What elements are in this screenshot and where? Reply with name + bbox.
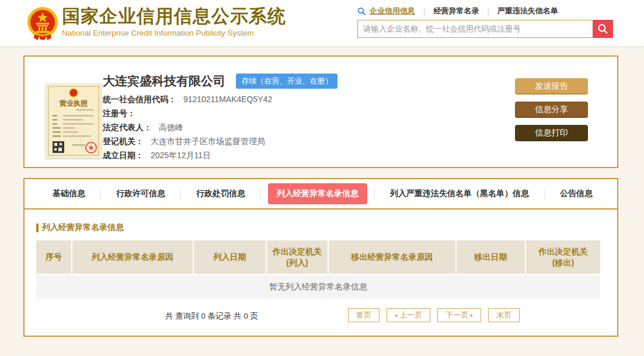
prev-arrow-icon: ◂ — [395, 312, 398, 318]
company-name: 大连宾盛科技有限公司 — [103, 74, 225, 88]
col-inclusion-reason: 列入经营异常名录原因 — [72, 240, 193, 274]
detail-panel: 基础信息 行政许可信息 行政处罚信息 列入经营异常名录信息 列入严重违法失信名单… — [23, 178, 618, 337]
table-header-row: 序号 列入经营异常名录原因 列入日期 作出决定机关 (列入) 移出经营异常名录原… — [36, 240, 600, 274]
share-info-button[interactable]: 信息分享 — [515, 102, 588, 118]
header-nav: 企业信用信息 | 经营异常名录 | 严重违法失信名单 — [357, 5, 613, 18]
tab-blacklist[interactable]: 列入严重违法失信名单（黑名单）信息 — [375, 189, 544, 199]
business-license-image: 营业执照 — [46, 83, 102, 158]
col-removal-authority: 作出决定机关 (移出) — [525, 240, 600, 274]
section-title: 列入经营异常名录信息 — [36, 222, 605, 233]
field-credit-code: 统一社会信用代码： 91210211MAK4EQ5Y42 — [103, 92, 272, 106]
search-input[interactable] — [357, 20, 613, 38]
nav-link-illegal-list[interactable]: 严重违法失信名单 — [497, 6, 558, 16]
search-button-icon — [597, 23, 608, 34]
first-page-button[interactable]: 首页 — [348, 308, 380, 322]
site-title: 国家企业信用信息公示系统 — [62, 6, 286, 27]
nav-separator: | — [423, 7, 425, 16]
tab-admin-penalty[interactable]: 行政处罚信息 — [181, 189, 260, 199]
company-info-panel: 营业执照 大连宾盛科技有限公司 存续（在营、开业、在册） 统一社会信用代码： 9… — [23, 55, 618, 168]
license-title-text: 营业执照 — [59, 99, 88, 107]
last-page-button[interactable]: 末页 — [488, 308, 520, 322]
col-removal-reason: 移出经营异常名录原因 — [328, 240, 456, 274]
tab-bar: 基础信息 行政许可信息 行政处罚信息 列入经营异常名录信息 列入严重违法失信名单… — [25, 179, 617, 210]
next-page-button[interactable]: 下一页 ▸ — [437, 308, 481, 322]
col-inclusion-authority: 作出决定机关 (列入) — [266, 240, 328, 274]
tab-separator — [260, 190, 261, 198]
col-serial-no: 序号 — [36, 240, 72, 274]
prev-page-button[interactable]: ◂ 上一页 — [387, 308, 430, 322]
tab-announcements[interactable]: 公告信息 — [545, 189, 608, 199]
table-empty-row: 暂无列入经营异常名录信息 — [36, 274, 600, 299]
abnormal-list-table: 序号 列入经营异常名录原因 列入日期 作出决定机关 (列入) 移出经营异常名录原… — [36, 240, 600, 299]
national-emblem-logo — [26, 6, 59, 41]
field-registration-no: 注册号： — [103, 106, 272, 120]
next-arrow-icon: ▸ — [471, 312, 474, 318]
company-status-badge: 存续（在营、开业、在册） — [236, 74, 337, 89]
search-button[interactable] — [593, 20, 613, 38]
nav-separator: | — [487, 7, 489, 16]
tab-basic-info[interactable]: 基础信息 — [37, 189, 100, 199]
col-inclusion-date: 列入日期 — [193, 240, 266, 274]
nav-link-enterprise-credit[interactable]: 企业信用信息 — [370, 6, 415, 16]
field-legal-representative: 法定代表人： 高德峰 — [103, 120, 272, 134]
site-subtitle: National Enterprise Credit Information P… — [62, 29, 286, 37]
nav-link-abnormal-list[interactable]: 经营异常名录 — [433, 6, 479, 16]
field-establishment-date: 成立日期： 2025年12月11日 — [103, 148, 272, 162]
tab-abnormal-list[interactable]: 列入经营异常名录信息 — [268, 183, 367, 204]
print-info-button[interactable]: 信息打印 — [515, 125, 588, 141]
search-icon — [357, 7, 366, 16]
empty-state-text: 暂无列入经营异常名录信息 — [36, 274, 600, 299]
field-registration-authority: 登记机关： 大连市甘井子区市场监督管理局 — [103, 134, 272, 148]
record-count-summary: 共 查询到 0 条记录 共 0 页 — [165, 311, 258, 322]
col-removal-date: 移出日期 — [456, 240, 525, 274]
site-header: 国家企业信用信息公示系统 National Enterprise Credit … — [0, 0, 644, 47]
section-title-bar — [36, 224, 39, 232]
company-fields: 统一社会信用代码： 91210211MAK4EQ5Y42 注册号： 法定代表人：… — [103, 92, 272, 162]
tab-admin-license[interactable]: 行政许可信息 — [101, 189, 180, 199]
send-report-button[interactable]: 发送报告 — [515, 78, 588, 95]
pagination: 共 查询到 0 条记录 共 0 页 首页 ◂ 上一页 下一页 ▸ 末页 — [36, 308, 605, 324]
